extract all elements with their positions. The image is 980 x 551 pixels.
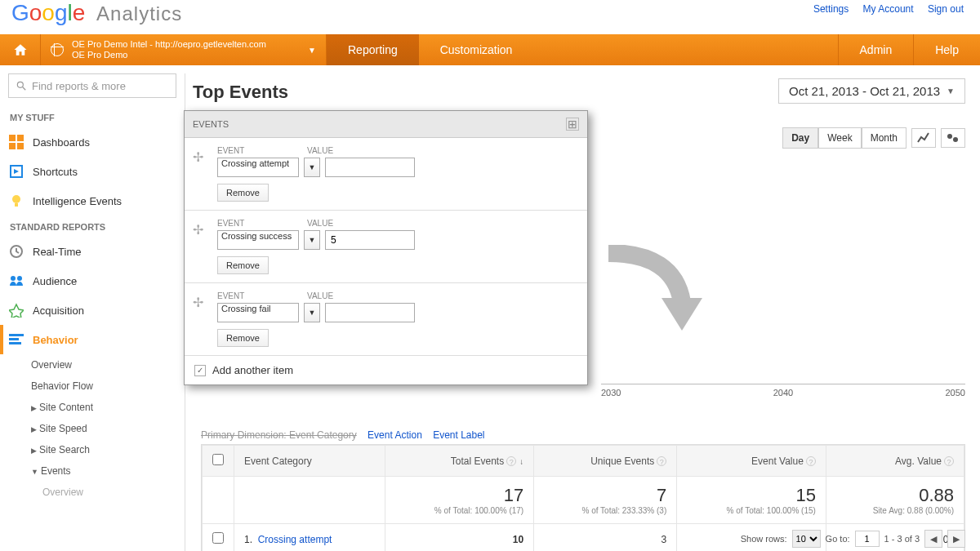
time-granularity: Day Week Month [782, 127, 965, 149]
sub-behavior-flow[interactable]: Behavior Flow [0, 375, 185, 397]
granularity-week[interactable]: Week [818, 127, 861, 149]
granularity-day[interactable]: Day [782, 127, 818, 149]
sub-overview[interactable]: Overview [0, 354, 185, 375]
sign-out-link[interactable]: Sign out [928, 3, 964, 15]
sub-site-content[interactable]: ▶Site Content [0, 397, 185, 418]
section-my-stuff: MY STUFF [0, 106, 185, 127]
event-value-input[interactable] [325, 303, 415, 322]
behavior-icon [8, 331, 24, 348]
settings-link[interactable]: Settings [813, 3, 849, 15]
event-value-input[interactable] [325, 158, 415, 177]
svg-rect-3 [17, 135, 24, 141]
top-links: Settings My Account Sign out [802, 3, 964, 15]
chart-type-line[interactable] [911, 128, 936, 148]
google-analytics-logo: Google Analytics [11, 0, 182, 26]
dim-event-action[interactable]: Event Action [368, 429, 422, 441]
clock-icon [8, 243, 24, 260]
tab-help[interactable]: Help [913, 34, 980, 65]
account-name: OE Pro Demo [72, 50, 266, 60]
line-chart-icon [917, 132, 930, 144]
rows-select[interactable]: 10 [792, 530, 821, 548]
col-unique-events[interactable]: Unique Events? [534, 446, 677, 477]
home-button[interactable] [0, 34, 41, 65]
nav-realtime[interactable]: Real-Time [0, 237, 185, 266]
svg-point-10 [11, 276, 16, 281]
drag-handle-icon[interactable]: ✢ [193, 295, 203, 310]
nav-intelligence[interactable]: Intelligence Events [0, 186, 185, 216]
add-another-item[interactable]: Add another item [212, 364, 293, 376]
svg-point-16 [953, 137, 958, 142]
select-all-checkbox[interactable] [212, 454, 224, 465]
account-selector[interactable]: OE Pro Demo Intel - http://oepro.getleve… [41, 34, 327, 65]
date-range-picker[interactable]: Oct 21, 2013 - Oct 21, 2013▼ [778, 78, 965, 104]
svg-line-1 [23, 87, 26, 91]
dropdown-button[interactable]: ▼ [304, 303, 320, 322]
dropdown-button[interactable]: ▼ [304, 158, 320, 177]
table-pager: Show rows: 10 Go to: 1 - 3 of 3 ◀ ▶ [741, 530, 965, 548]
prev-page-button[interactable]: ◀ [924, 530, 942, 548]
tab-customization[interactable]: Customization [419, 34, 534, 65]
acquisition-icon [8, 302, 24, 318]
event-link[interactable]: Crossing attempt [258, 534, 332, 545]
tab-admin[interactable]: Admin [838, 34, 914, 65]
summary-row: 17% of Total: 100.00% (17) 7% of Total: … [203, 477, 964, 524]
col-total-events[interactable]: Total Events?↓ [385, 446, 534, 477]
panel-expand-button[interactable]: ⊞ [566, 118, 579, 131]
event-config-row: ✢ EVENTVALUE Crossing attempt ▼ Remove [185, 138, 587, 211]
add-item-checkbox[interactable]: ✓ [194, 365, 206, 376]
bubble-icon [947, 132, 960, 144]
nav-dashboards[interactable]: Dashboards [0, 127, 185, 157]
col-event-value[interactable]: Event Value? [677, 446, 826, 477]
sub-site-search[interactable]: ▶Site Search [0, 439, 185, 460]
home-icon [13, 42, 28, 57]
annotation-arrow-icon [600, 245, 715, 343]
row-checkbox[interactable] [212, 532, 224, 544]
panel-title: EVENTS [193, 119, 229, 129]
remove-button[interactable]: Remove [217, 256, 269, 274]
nav-acquisition[interactable]: Acquisition [0, 295, 185, 325]
globe-icon [51, 43, 64, 56]
col-avg-value[interactable]: Avg. Value? [826, 446, 964, 477]
nav-audience[interactable]: Audience [0, 266, 185, 295]
help-icon: ? [657, 456, 666, 466]
event-config-row: ✢ EVENTVALUE Crossing success ▼ Remove [185, 211, 587, 283]
drag-handle-icon[interactable]: ✢ [193, 149, 203, 165]
sub-site-speed[interactable]: ▶Site Speed [0, 418, 185, 439]
event-select[interactable]: Crossing attempt [217, 158, 299, 177]
next-page-button[interactable]: ▶ [947, 530, 965, 548]
remove-button[interactable]: Remove [217, 184, 269, 202]
main-nav-bar: OE Pro Demo Intel - http://oepro.getleve… [0, 34, 980, 65]
chart-type-motion[interactable] [941, 128, 965, 148]
nav-behavior[interactable]: Behavior [0, 325, 185, 354]
my-account-link[interactable]: My Account [863, 3, 914, 15]
drag-handle-icon[interactable]: ✢ [193, 222, 203, 238]
event-select[interactable]: Crossing success [217, 230, 299, 250]
tab-reporting[interactable]: Reporting [327, 34, 419, 65]
event-select[interactable]: Crossing fail [217, 303, 299, 322]
svg-rect-5 [17, 143, 24, 149]
dim-event-label[interactable]: Event Label [433, 429, 484, 441]
svg-rect-12 [9, 334, 24, 336]
search-icon [16, 80, 27, 91]
help-icon: ? [944, 456, 954, 466]
svg-point-0 [17, 82, 23, 87]
event-config-row: ✢ EVENTVALUE Crossing fail ▼ Remove [185, 283, 587, 356]
audience-icon [8, 273, 24, 289]
granularity-month[interactable]: Month [862, 127, 906, 149]
remove-button[interactable]: Remove [217, 329, 269, 347]
dashboards-icon [8, 134, 24, 150]
help-icon: ? [806, 456, 816, 466]
sidebar: Find reports & more MY STUFF Dashboards … [0, 73, 185, 551]
svg-point-15 [947, 134, 952, 139]
goto-page-input[interactable] [855, 531, 880, 547]
dropdown-button[interactable]: ▼ [304, 230, 320, 250]
search-input[interactable]: Find reports & more [8, 73, 176, 98]
chevron-down-icon: ▼ [947, 87, 955, 96]
event-value-input[interactable] [325, 230, 415, 250]
sub-events[interactable]: ▼Events [0, 460, 185, 482]
col-event-category[interactable]: Event Category [234, 446, 385, 477]
nav-shortcuts[interactable]: Shortcuts [0, 157, 185, 186]
primary-dimension-row: Primary Dimension: Event Category Event … [201, 429, 485, 441]
sort-arrow-icon: ↓ [519, 457, 523, 466]
sub-events-overview[interactable]: Overview [0, 482, 185, 503]
